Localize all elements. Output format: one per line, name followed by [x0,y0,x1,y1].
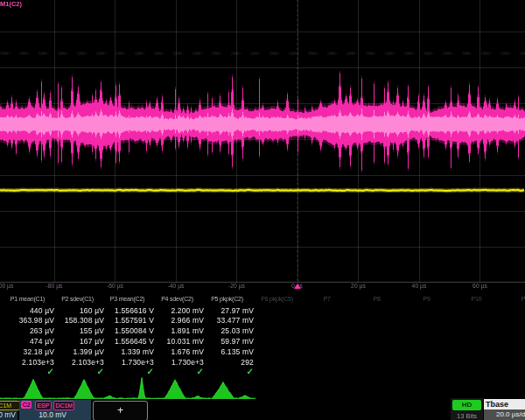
parameter-header[interactable]: P4 sdev(C2) [161,296,193,302]
time-axis-label: -100 µs [0,283,13,289]
status-check-icon: ✓ [197,367,204,376]
parameter-value: 27.97 mV [220,306,254,315]
c1-coupling-tag: DC1M [0,401,20,410]
parameter-value: 2.103e+3 [22,358,54,367]
oscilloscope-screen: M1(C2) -100 µs-80 µs-60 µs-40 µs-20 µs0 … [0,0,525,420]
parameter-value: 167 µV [80,337,104,346]
parameter-value: 10.031 mV [167,337,204,346]
status-check-icon: ✓ [147,367,154,376]
parameter-value: 1.557591 V [115,316,154,325]
c1-vdiv-value: 0 mV [0,410,16,419]
parameter-header[interactable]: P9 [423,296,430,302]
time-axis-label: 60 µs [472,283,487,289]
time-axis-label: 20 µs [351,283,366,289]
parameter-value: 2.103e+3 [72,358,104,367]
status-check-icon: ✓ [47,367,54,376]
parameter-header[interactable]: P11 [522,296,525,302]
plus-icon: + [117,404,123,416]
parameter-header[interactable]: P7 [323,296,330,302]
trace-label: M1(C2) [0,0,22,8]
parameter-value: 474 µV [30,337,54,346]
status-check-icon: ✓ [97,367,104,376]
parameter-value: 6.135 mV [220,347,254,356]
parameter-value: 1.550084 V [115,326,154,335]
parameter-value: 1.891 mV [171,326,204,335]
parameter-value: 1.730e+3 [122,358,154,367]
time-axis-label: -80 µs [46,283,62,289]
parameter-header[interactable]: P1 mean(C1) [10,296,45,302]
parameter-value: 1.676 mV [171,347,204,356]
time-axis-label: -20 µs [228,283,245,289]
parameter-value: 440 µV [30,306,54,315]
parameter-value: 59.97 mV [220,337,254,346]
timebase-descriptor-box[interactable]: Tbase 20.0 µs/div [484,399,525,420]
add-trace-box[interactable]: + [93,401,148,420]
timebase-title: Tbase [484,399,525,410]
parameter-value: 363.98 µV [19,316,54,325]
parameter-header[interactable]: P6 pkpk(C5) [261,296,293,302]
waveform-display[interactable] [0,0,525,420]
parameter-value: 158.308 µV [65,316,104,325]
parameter-header[interactable]: P2 sdev(C1) [61,296,94,302]
parameter-header[interactable]: P10 [472,296,482,302]
status-check-icon: ✓ [247,367,254,376]
parameter-value: 2.200 mV [171,306,204,315]
c2-coupling-tag: DC1M [53,401,74,410]
trigger-position-marker[interactable] [294,284,301,289]
parameter-value: 155 µV [80,326,104,335]
parameter-value: 25.03 mV [220,326,254,335]
hd-mode-indicator: HD 13 Bits [451,398,483,420]
parameter-value: 1.556616 V [115,306,154,315]
time-axis-label: 40 µs [412,283,427,289]
time-axis-label: -40 µs [167,283,184,289]
time-axis-label: -60 µs [107,283,123,289]
parameter-header[interactable]: P8 [373,296,380,302]
c1-coupling-tag-label: DC1M [0,402,11,409]
hd-bits-label: 13 Bits [451,412,483,420]
parameter-value: 1.399 µV [74,347,104,356]
parameter-value: 160 µV [80,306,104,315]
parameter-value: 1.730e+3 [172,358,204,367]
parameter-value: 292 [241,358,254,367]
parameter-header[interactable]: P3 mean(C2) [110,296,144,302]
parameter-value: 32.18 µV [24,347,54,356]
parameter-value: 1.339 mV [121,347,154,356]
parameter-header[interactable]: P5 pkpk(C2) [211,296,243,302]
c2-vdiv-value: 10.0 mV [38,410,66,419]
c2-channel-tag: C2 [21,401,32,409]
parameter-value: 263 µV [30,326,54,335]
c2-esp-tag: ESP [35,401,52,410]
timebase-value: 20.0 µs/div [484,410,525,420]
parameter-value: 33.477 mV [217,316,254,325]
parameter-value: 2.966 mV [171,316,204,325]
parameter-value: 1.556645 V [115,337,154,346]
hd-badge: HD [452,400,481,410]
